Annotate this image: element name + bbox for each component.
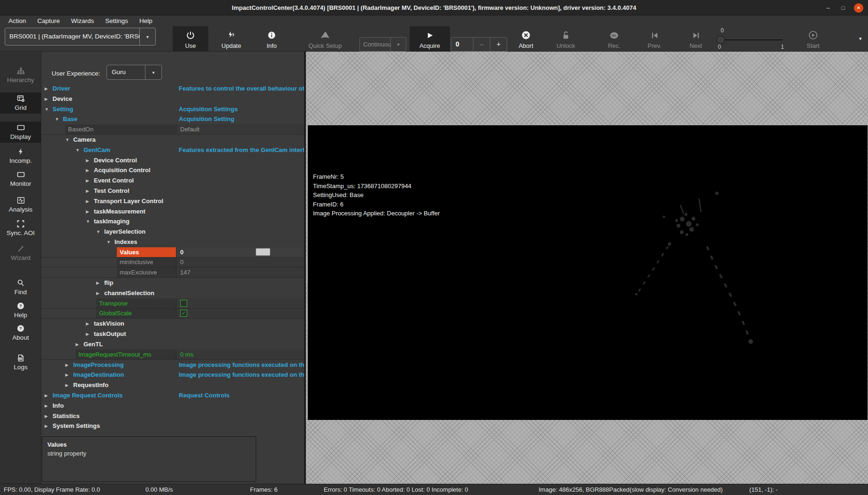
tree-expand-arrow-icon[interactable]: ▶ — [65, 373, 69, 377]
tree-expand-arrow-icon[interactable]: ▶ — [86, 332, 89, 336]
tree-row-acquisition-control[interactable]: ▶Acquisition Control — [41, 165, 304, 175]
tree-row-event-control[interactable]: ▶Event Control — [41, 175, 304, 186]
tree-collapse-arrow-icon[interactable]: ▼ — [76, 148, 80, 152]
property-value-cell[interactable]: 0 ms — [176, 350, 304, 359]
maximize-button[interactable]: ▢ — [839, 5, 847, 10]
tree-collapse-arrow-icon[interactable]: ▼ — [86, 219, 90, 224]
menu-wizards[interactable]: Wizards — [66, 17, 100, 24]
tree-row-taskoutput[interactable]: ▶taskOutput — [41, 329, 304, 339]
property-value-cell[interactable]: 0 — [176, 258, 304, 267]
sidebar-item-sync-aoi[interactable]: Sync. AOI — [0, 218, 41, 239]
next-button[interactable]: Next — [678, 26, 714, 52]
menu-capture[interactable]: Capture — [32, 17, 66, 24]
property-value-cell[interactable]: 0 — [176, 247, 304, 257]
tree-row-setting[interactable]: ▼SettingAcquisition Settings — [41, 104, 304, 114]
close-button[interactable]: ✕ — [854, 3, 863, 13]
frame-slider-track[interactable] — [718, 39, 783, 40]
tree-expand-arrow-icon[interactable]: ▶ — [45, 393, 48, 398]
tree-row-system-settings[interactable]: ▶System Settings — [41, 421, 304, 431]
tree-row-taskvision[interactable]: ▶taskVision — [41, 319, 304, 329]
tree-row-layerselection[interactable]: ▼layerSelection — [41, 227, 304, 237]
sidebar-item-analysis[interactable]: Analysis — [0, 194, 41, 215]
minimize-button[interactable]: – — [824, 4, 832, 11]
tree-expand-arrow-icon[interactable]: ▶ — [96, 281, 99, 285]
frame-count-field[interactable]: 0 — [451, 37, 473, 52]
tree-expand-arrow-icon[interactable]: ▶ — [86, 189, 89, 193]
tree-expand-arrow-icon[interactable]: ▶ — [96, 291, 99, 296]
tree-row-info[interactable]: ▶Info — [41, 401, 304, 411]
sidebar-item-logs[interactable]: LOGLogs — [0, 352, 41, 373]
property-value-cell[interactable]: Default — [176, 124, 304, 134]
abort-button[interactable]: Abort — [508, 26, 544, 52]
sidebar-item-wizard[interactable]: Wizard — [0, 243, 41, 264]
tree-row-genicam[interactable]: ▼GenICamFeatures extracted from the GenI… — [41, 145, 304, 155]
acquisition-mode-dropdown-button[interactable]: ▾ — [390, 38, 406, 51]
tree-collapse-arrow-icon[interactable]: ▼ — [55, 117, 59, 122]
tree-row-imagedestination[interactable]: ▶ImageDestinationImage processing functi… — [41, 370, 304, 380]
tree-expand-arrow-icon[interactable]: ▶ — [45, 97, 48, 101]
info-button[interactable]: Info — [254, 26, 289, 52]
tree-expand-arrow-icon[interactable]: ▶ — [86, 209, 89, 214]
tree-expand-arrow-icon[interactable]: ▶ — [86, 178, 89, 183]
start-button[interactable]: Start — [795, 26, 831, 52]
tree-expand-arrow-icon[interactable]: ▶ — [45, 414, 48, 419]
tree-expand-arrow-icon[interactable]: ▶ — [86, 321, 89, 326]
quick-setup-button[interactable]: Quick Setup — [303, 26, 348, 52]
tree-row-gentl[interactable]: ▶GenTL — [41, 339, 304, 350]
tree-row-camera[interactable]: ▼Camera — [41, 135, 304, 145]
tree-expand-arrow-icon[interactable]: ▶ — [86, 158, 89, 163]
tree-row-basedon[interactable]: BasedOnDefault — [41, 124, 304, 135]
tree-expand-arrow-icon[interactable]: ▶ — [45, 424, 48, 428]
tree-row-device[interactable]: ▶Device — [41, 94, 304, 104]
decrement-button[interactable]: – — [473, 37, 490, 52]
tree-row-statistics[interactable]: ▶Statistics — [41, 411, 304, 421]
tree-row-taskimaging[interactable]: ▼taskImaging — [41, 216, 304, 227]
tree-row-image-request-controls[interactable]: ▶Image Request ControlsRequest Controls — [41, 390, 304, 401]
tree-row-taskmeasurement[interactable]: ▶taskMeasurement — [41, 206, 304, 217]
device-selector-dropdown-button[interactable]: ▾ — [139, 28, 155, 45]
tree-row-device-control[interactable]: ▶Device Control — [41, 155, 304, 166]
tree-row-mininclusive[interactable]: minInclusive0 — [41, 258, 304, 268]
tree-row-globalscale[interactable]: GlobalScale✓ — [41, 309, 304, 319]
tree-row-base[interactable]: ▼BaseAcquisition Setting — [41, 114, 304, 124]
tree-expand-arrow-icon[interactable]: ▶ — [76, 342, 79, 347]
sidebar-item-find[interactable]: Find — [0, 277, 41, 298]
acquire-button[interactable]: Acquire — [410, 26, 450, 52]
menu-action[interactable]: Action — [3, 17, 32, 24]
tree-expand-arrow-icon[interactable]: ▶ — [86, 168, 89, 173]
tree-collapse-arrow-icon[interactable]: ▼ — [45, 107, 49, 112]
update-button[interactable]: Update — [213, 26, 249, 52]
checkbox-checked-icon[interactable]: ✓ — [180, 310, 187, 317]
tree-row-flip[interactable]: ▶flip — [41, 278, 304, 288]
record-button[interactable]: REC Rec. — [596, 26, 632, 52]
unlock-button[interactable]: Unlock — [548, 26, 584, 52]
menu-settings[interactable]: Settings — [99, 17, 134, 24]
sidebar-item-hierarchy[interactable]: Hierarchy — [0, 65, 41, 86]
tree-collapse-arrow-icon[interactable]: ▼ — [96, 229, 100, 234]
tree-row-values[interactable]: Values0 — [41, 247, 304, 258]
device-selector[interactable]: BRS0001 | (RadarImager MV, DeviceID: 'BR… — [5, 28, 156, 46]
tree-expand-arrow-icon[interactable]: ▶ — [65, 383, 69, 388]
prev-button[interactable]: Prev. — [637, 26, 672, 52]
tree-row-imageprocessing[interactable]: ▶ImageProcessingImage processing functio… — [41, 360, 304, 370]
tree-row-transpose[interactable]: Transpose — [41, 298, 304, 309]
increment-button[interactable]: + — [490, 37, 507, 52]
tree-row-maxexclusive[interactable]: maxExclusive147 — [41, 267, 304, 278]
tree-row-test-control[interactable]: ▶Test Control — [41, 186, 304, 196]
tree-expand-arrow-icon[interactable]: ▶ — [86, 199, 89, 204]
menu-help[interactable]: Help — [134, 17, 158, 24]
sidebar-item-display[interactable]: Display — [0, 122, 41, 143]
sidebar-item-grid[interactable]: Grid — [0, 92, 41, 114]
tree-expand-arrow-icon[interactable]: ▶ — [45, 86, 48, 91]
tree-expand-arrow-icon[interactable]: ▶ — [65, 363, 69, 367]
tree-row-transport-layer-control[interactable]: ▶Transport Layer Control — [41, 196, 304, 206]
tree-expand-arrow-icon[interactable]: ▶ — [45, 404, 48, 408]
property-value-cell[interactable] — [176, 298, 304, 308]
tree-collapse-arrow-icon[interactable]: ▼ — [107, 240, 111, 244]
frame-slider-thumb[interactable] — [716, 36, 725, 44]
sidebar-item-incomp[interactable]: Incomp. — [0, 145, 41, 167]
tree-row-channelselection[interactable]: ▶channelSelection — [41, 288, 304, 298]
tree-collapse-arrow-icon[interactable]: ▼ — [65, 137, 69, 142]
property-value-cell[interactable]: 147 — [176, 267, 304, 277]
tree-row-imagerequesttimeout-ms[interactable]: ImageRequestTimeout_ms0 ms — [41, 350, 304, 360]
